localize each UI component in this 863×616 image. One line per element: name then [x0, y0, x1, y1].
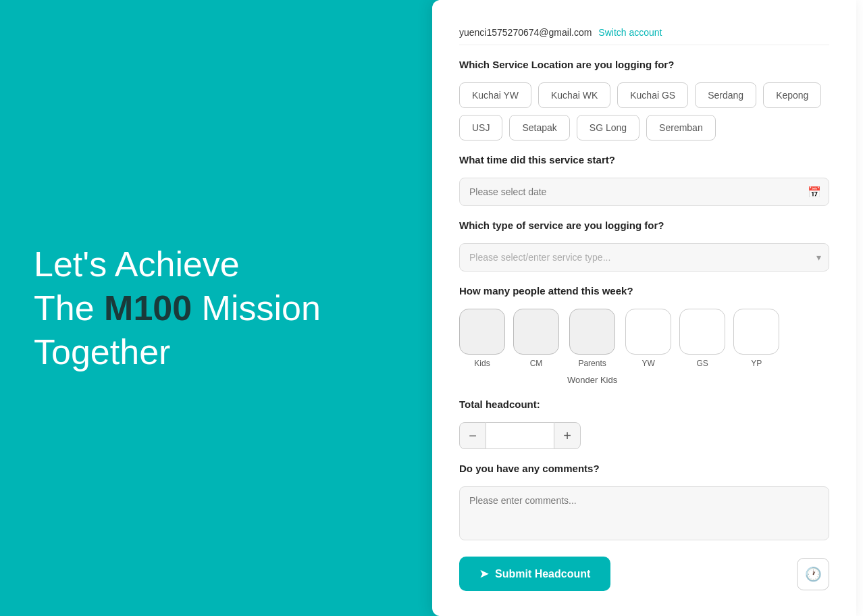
attendance-label: How many people attend this week?	[459, 285, 829, 297]
comments-section: Do you have any comments?	[459, 463, 829, 540]
switch-account-link[interactable]: Switch account	[598, 27, 662, 38]
attendance-counter-gs[interactable]	[679, 309, 725, 355]
attendance-counter-kids[interactable]	[459, 309, 505, 355]
service-type-section: Which type of service are you logging fo…	[459, 220, 829, 272]
submit-button-label: Submit Headcount	[495, 568, 590, 580]
attendance-label-yp: YP	[751, 359, 762, 368]
left-panel: Let's Achieve The M100 Mission Together	[0, 0, 439, 616]
attendance-item-cm: CM	[513, 309, 559, 368]
service-type-select[interactable]: Please select/enter service type...	[459, 243, 829, 272]
location-btn-setapak[interactable]: Setapak	[509, 115, 569, 140]
attendance-label-parents: Parents	[578, 359, 606, 368]
send-icon: ➤	[479, 567, 488, 580]
attendance-item-yp: YP	[733, 309, 779, 368]
headcount-plus-button[interactable]: +	[554, 422, 581, 449]
location-btn-kuchai-wk[interactable]: Kuchai WK	[538, 82, 610, 108]
hero-line2: The M100 Mission	[34, 286, 321, 330]
location-btn-kuchai-gs[interactable]: Kuchai GS	[617, 82, 688, 108]
attendance-label-cm: CM	[530, 359, 543, 368]
account-email: yuenci1575270674@gmail.com	[459, 27, 592, 38]
comments-textarea[interactable]	[459, 486, 829, 540]
location-btn-usj[interactable]: USJ	[459, 115, 502, 140]
location-btn-kepong[interactable]: Kepong	[763, 82, 821, 108]
attendance-label-gs: GS	[697, 359, 708, 368]
wonder-kids-label: Wonder Kids	[567, 375, 617, 385]
bottom-row: ➤ Submit Headcount 🕐	[459, 557, 829, 591]
service-select-wrapper: Please select/enter service type... ▾	[459, 243, 829, 272]
location-btn-kuchai-yw[interactable]: Kuchai YW	[459, 82, 531, 108]
attendance-counter-cm[interactable]	[513, 309, 559, 355]
hero-line3: Together	[34, 330, 321, 374]
total-headcount-label: Total headcount:	[459, 399, 829, 410]
attendance-counter-yp[interactable]	[733, 309, 779, 355]
total-headcount-section: Total headcount: − +	[459, 399, 829, 449]
hero-line2-pre: The	[34, 288, 104, 328]
submit-button[interactable]: ➤ Submit Headcount	[459, 557, 610, 591]
hero-line2-bold: M100	[104, 288, 192, 328]
service-location-section: Which Service Location are you logging f…	[459, 59, 829, 140]
service-time-label: What time did this service start?	[459, 154, 829, 165]
total-headcount-row: − +	[459, 422, 829, 449]
attendance-item-parents: Parents Wonder Kids	[567, 309, 617, 385]
location-btn-serdang[interactable]: Serdang	[695, 82, 756, 108]
history-button[interactable]: 🕐	[797, 558, 829, 590]
attendance-item-kids: Kids	[459, 309, 505, 368]
location-grid: Kuchai YW Kuchai WK Kuchai GS Serdang Ke…	[459, 82, 829, 140]
history-icon: 🕐	[805, 566, 822, 582]
account-row: yuenci1575270674@gmail.com Switch accoun…	[459, 27, 829, 45]
headcount-input[interactable]	[486, 422, 554, 449]
hero-line1: Let's Achieve	[34, 242, 321, 286]
date-input-wrapper: 📅	[459, 178, 829, 206]
attendance-label-yw: YW	[642, 359, 655, 368]
service-time-section: What time did this service start? 📅	[459, 154, 829, 206]
hero-line2-post: Mission	[192, 288, 321, 328]
headcount-minus-button[interactable]: −	[459, 422, 486, 449]
location-btn-seremban[interactable]: Seremban	[646, 115, 716, 140]
attendance-section: How many people attend this week? Kids C…	[459, 285, 829, 385]
date-input[interactable]	[459, 178, 829, 206]
service-type-label: Which type of service are you logging fo…	[459, 220, 829, 231]
attendance-counter-yw[interactable]	[625, 309, 671, 355]
attendance-item-gs: GS	[679, 309, 725, 368]
attendance-label-kids: Kids	[474, 359, 490, 368]
service-location-label: Which Service Location are you logging f…	[459, 59, 829, 70]
attendance-grid: Kids CM Parents Wonder Kids YW GS YP	[459, 309, 829, 385]
comments-label: Do you have any comments?	[459, 463, 829, 474]
location-btn-sg-long[interactable]: SG Long	[577, 115, 639, 140]
attendance-counter-parents[interactable]	[569, 309, 615, 355]
attendance-item-yw: YW	[625, 309, 671, 368]
hero-text: Let's Achieve The M100 Mission Together	[34, 242, 321, 374]
right-panel: yuenci1575270674@gmail.com Switch accoun…	[432, 0, 856, 616]
